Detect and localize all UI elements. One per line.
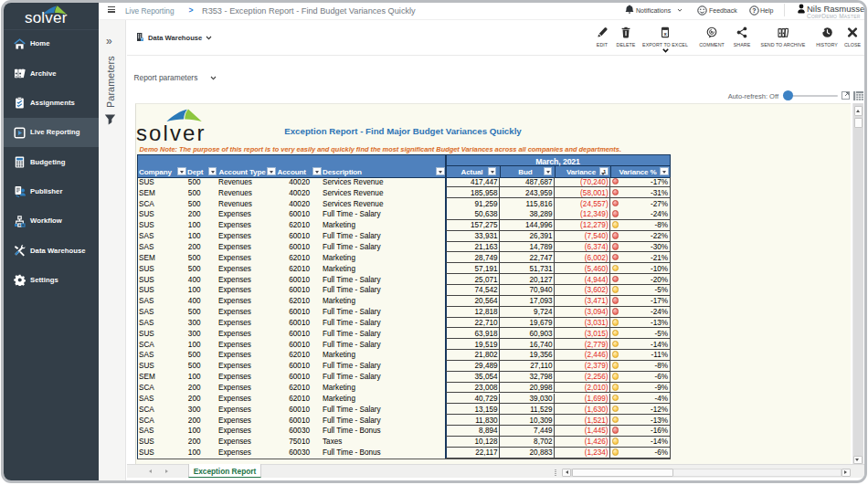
- svg-text:?: ?: [752, 6, 756, 13]
